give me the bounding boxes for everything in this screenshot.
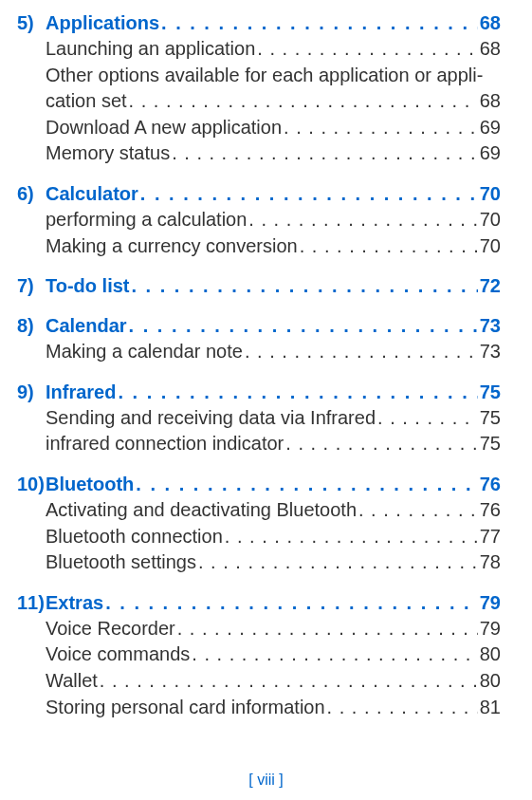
toc-page: 68 — [480, 36, 501, 63]
toc-page: 70 — [480, 233, 501, 260]
toc-heading[interactable]: 5)Applications. . . . . . . . . . . . . … — [17, 9, 501, 36]
toc-sub-entry[interactable]: Other options available for each applica… — [46, 63, 501, 115]
toc-sub-title: Making a calendar note — [46, 339, 243, 365]
toc-sub-entry[interactable]: Sending and receiving data via Infrared.… — [46, 405, 501, 432]
toc-sub-title: Activating and deactivating Bluetooth — [46, 497, 357, 524]
toc-leader-dots: . . . . . . . . . . . . . . . . . . . . … — [190, 642, 477, 668]
toc-sub-title: Voice Recorder — [46, 616, 175, 642]
toc-number: 8) — [17, 312, 46, 339]
toc-sub-title: Memory status — [46, 140, 170, 167]
toc-leader-dots: . . . . . . . . . . . . . . . . . . . . … — [357, 497, 478, 524]
toc-page: 76 — [480, 497, 501, 524]
toc-leader-dots: . . . . . . . . . . . . . . . . . . . . … — [223, 524, 478, 550]
toc-leader-dots: . . . . . . . . . . . . . . . . . . . . … — [138, 180, 478, 207]
toc-heading[interactable]: 6)Calculator. . . . . . . . . . . . . . … — [17, 180, 501, 207]
toc-sub-title: Bluetooth settings — [46, 549, 196, 576]
toc-sub-entry[interactable]: Wallet. . . . . . . . . . . . . . . . . … — [46, 668, 501, 695]
toc-sub-entry[interactable]: infrared connection indicator. . . . . .… — [46, 431, 501, 457]
toc-page: 68 — [480, 9, 501, 36]
toc-section: 9)Infrared. . . . . . . . . . . . . . . … — [17, 379, 501, 457]
toc-sub-title: Wallet — [46, 668, 98, 695]
toc-leader-dots: . . . . . . . . . . . . . . . . . . . . … — [134, 471, 477, 497]
toc-page: 69 — [480, 115, 501, 141]
toc-leader-dots: . . . . . . . . . . . . . . . . . . . . … — [103, 589, 478, 616]
toc-number: 11) — [17, 589, 46, 616]
toc-sub-title: Other options available for each applica… — [46, 63, 501, 89]
toc-sub-entry[interactable]: Download A new application. . . . . . . … — [46, 115, 501, 141]
toc-page: 76 — [480, 471, 501, 497]
toc-page: 73 — [480, 339, 501, 365]
toc-sub-entry[interactable]: Activating and deactivating Bluetooth. .… — [46, 497, 501, 524]
toc-leader-dots: . . . . . . . . . . . . . . . . . . . . … — [175, 616, 478, 642]
toc-leader-dots: . . . . . . . . . . . . . . . . . . . . … — [116, 379, 477, 405]
toc-sub-title: Bluetooth connection — [46, 524, 223, 550]
toc-heading[interactable]: 10)Bluetooth. . . . . . . . . . . . . . … — [17, 471, 501, 497]
toc-page: 78 — [480, 549, 501, 576]
toc-page: 80 — [480, 642, 501, 668]
toc-number: 9) — [17, 379, 46, 405]
toc-leader-dots: . . . . . . . . . . . . . . . . . . . . … — [325, 695, 478, 721]
toc-sub-entry[interactable]: Voice commands. . . . . . . . . . . . . … — [46, 642, 501, 668]
toc-sub-entry[interactable]: Memory status. . . . . . . . . . . . . .… — [46, 140, 501, 167]
toc-sub-title: Voice commands — [46, 642, 190, 668]
toc-number: 7) — [17, 272, 46, 299]
toc-heading[interactable]: 9)Infrared. . . . . . . . . . . . . . . … — [17, 379, 501, 405]
toc-leader-dots: . . . . . . . . . . . . . . . . . . . . … — [243, 339, 478, 365]
toc-page: 80 — [480, 668, 501, 695]
toc-sub-entry[interactable]: Making a calendar note. . . . . . . . . … — [46, 339, 501, 365]
toc-leader-dots: . . . . . . . . . . . . . . . . . . . . … — [255, 36, 477, 63]
toc-number: 6) — [17, 180, 46, 207]
toc-sub-entry[interactable]: Storing personal card information. . . .… — [46, 695, 501, 721]
toc-number: 5) — [17, 9, 46, 36]
toc-leader-dots: . . . . . . . . . . . . . . . . . . . . … — [284, 431, 477, 457]
toc-heading[interactable]: 8)Calendar. . . . . . . . . . . . . . . … — [17, 312, 501, 339]
toc-section: 6)Calculator. . . . . . . . . . . . . . … — [17, 180, 501, 259]
toc-title: Bluetooth — [46, 471, 134, 497]
toc-page: 73 — [480, 312, 501, 339]
toc-sub-title: infrared connection indicator — [46, 431, 284, 457]
toc-leader-dots: . . . . . . . . . . . . . . . . . . . . … — [170, 140, 478, 167]
toc-section: 5)Applications. . . . . . . . . . . . . … — [17, 9, 501, 167]
toc-leader-dots: . . . . . . . . . . . . . . . . . . . . … — [159, 9, 478, 36]
toc-leader-dots: . . . . . . . . . . . . . . . . . . . . … — [98, 668, 478, 695]
toc-page: 75 — [480, 379, 501, 405]
toc-heading[interactable]: 11)Extras. . . . . . . . . . . . . . . .… — [17, 589, 501, 616]
toc-title: To-do list — [46, 272, 130, 299]
toc-leader-dots: . . . . . . . . . . . . . . . . . . . . … — [130, 272, 478, 299]
toc-page: 79 — [480, 616, 501, 642]
toc-page: 81 — [480, 695, 501, 721]
toc-sub-entry[interactable]: Launching an application. . . . . . . . … — [46, 36, 501, 63]
toc-leader-dots: . . . . . . . . . . . . . . . . . . . . … — [196, 549, 478, 576]
toc-leader-dots: . . . . . . . . . . . . . . . . . . . . … — [247, 207, 477, 233]
toc-sub-entry[interactable]: Bluetooth connection. . . . . . . . . . … — [46, 524, 501, 550]
toc-leader-dots: . . . . . . . . . . . . . . . . . . . . … — [376, 405, 478, 432]
toc-sub-title: Download A new application — [46, 115, 282, 141]
toc-sub-title: Sending and receiving data via Infrared — [46, 405, 376, 432]
toc-leader-dots: . . . . . . . . . . . . . . . . . . . . … — [127, 312, 478, 339]
toc-sub-entry[interactable]: Making a currency conversion. . . . . . … — [46, 233, 501, 260]
toc-sub-entry[interactable]: Voice Recorder. . . . . . . . . . . . . … — [46, 616, 501, 642]
toc-heading[interactable]: 7)To-do list. . . . . . . . . . . . . . … — [17, 272, 501, 299]
toc-title: Calculator — [46, 180, 138, 207]
toc-title: Calendar — [46, 312, 127, 339]
toc-sub-entry[interactable]: Bluetooth settings. . . . . . . . . . . … — [46, 549, 501, 576]
table-of-contents: 5)Applications. . . . . . . . . . . . . … — [17, 9, 501, 720]
toc-page: 69 — [480, 140, 501, 167]
toc-page: 79 — [480, 589, 501, 616]
toc-section: 7)To-do list. . . . . . . . . . . . . . … — [17, 272, 501, 299]
toc-sub-title: performing a calculation — [46, 207, 247, 233]
toc-page: 75 — [480, 431, 501, 457]
toc-sub-title: Making a currency conversion — [46, 233, 298, 260]
toc-sub-entry[interactable]: performing a calculation. . . . . . . . … — [46, 207, 501, 233]
toc-page: 70 — [480, 180, 501, 207]
toc-number: 10) — [17, 471, 46, 497]
toc-title: Applications — [46, 9, 159, 36]
toc-title: Infrared — [46, 379, 116, 405]
toc-sub-title: Storing personal card information — [46, 695, 325, 721]
toc-leader-dots: . . . . . . . . . . . . . . . . . . . . … — [282, 115, 478, 141]
toc-title: Extras — [46, 589, 103, 616]
toc-page: 72 — [480, 272, 501, 299]
toc-sub-title: cation set — [46, 88, 127, 115]
toc-sub-title: Launching an application — [46, 36, 255, 63]
toc-page: 75 — [480, 405, 501, 432]
